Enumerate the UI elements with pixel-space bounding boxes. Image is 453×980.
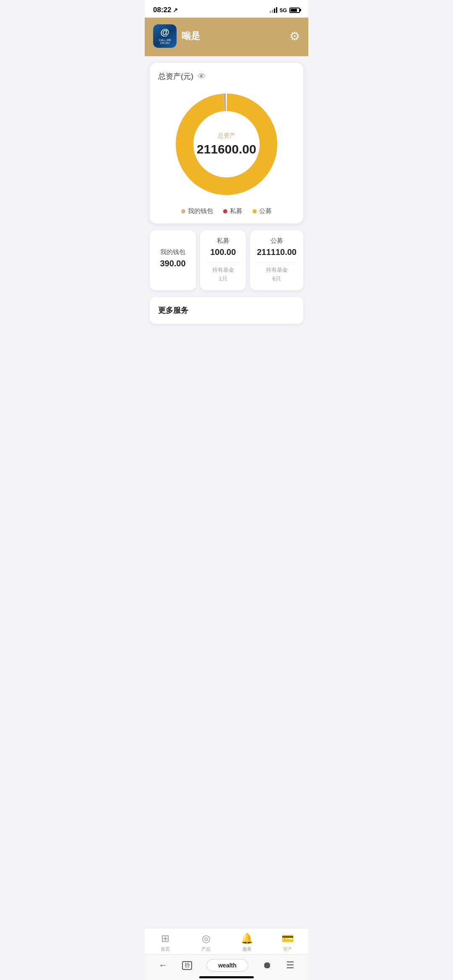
chart-legend: 我的钱包 私募 公募 (158, 207, 295, 215)
status-bar: 08:22 ↗ 5G (145, 0, 308, 18)
private-fund-sub: 持有基金 1只 (212, 266, 234, 283)
wallet-value: 390.00 (160, 259, 185, 268)
card-title: 总资产(元) (158, 71, 193, 81)
divider (207, 262, 239, 263)
settings-icon[interactable]: ⚙ (289, 29, 300, 43)
legend-private-label: 私募 (230, 207, 242, 215)
legend-wallet: 我的钱包 (181, 207, 213, 215)
legend-public: 公募 (253, 207, 272, 215)
legend-private: 私募 (223, 207, 242, 215)
network-type: 5G (280, 7, 287, 13)
more-services-title: 更多服务 (158, 305, 295, 315)
legend-wallet-dot (181, 209, 185, 213)
avatar-text: CALL MEON DU (159, 39, 171, 44)
private-fund-value: 100.00 (210, 247, 236, 257)
signal-bars-icon (270, 7, 277, 13)
private-fund-sub-label: 持有基金 (212, 267, 234, 273)
chart-center-label: 总资产 (197, 132, 256, 140)
public-fund-title: 公募 (271, 237, 283, 245)
header: @ CALL MEON DU 嗡是 ⚙ (145, 18, 308, 56)
donut-chart-container: 总资产 211600.00 (158, 90, 295, 199)
status-time: 08:22 ↗ (153, 6, 178, 14)
wallet-title: 我的钱包 (160, 248, 185, 256)
location-arrow-icon: ↗ (173, 7, 178, 13)
card-title-row: 总资产(元) 👁 (158, 71, 295, 81)
private-fund-card[interactable]: 私募 100.00 持有基金 1只 (200, 230, 246, 290)
chart-center: 总资产 211600.00 (197, 132, 256, 156)
legend-private-dot (223, 209, 227, 213)
more-services-card: 更多服务 (150, 297, 303, 324)
avatar-at-icon: @ (160, 27, 169, 38)
chart-center-value: 211600.00 (197, 142, 256, 156)
public-fund-value: 211110.00 (257, 247, 297, 257)
avatar[interactable]: @ CALL MEON DU (153, 24, 177, 48)
divider2 (257, 262, 297, 263)
public-fund-sub-count: 6只 (273, 276, 281, 282)
legend-wallet-label: 我的钱包 (188, 207, 213, 215)
public-fund-card[interactable]: 公募 211110.00 持有基金 6只 (250, 230, 303, 290)
battery-icon (289, 8, 300, 13)
time-display: 08:22 (153, 6, 171, 14)
public-fund-sub-label: 持有基金 (266, 267, 288, 273)
legend-public-label: 公募 (259, 207, 272, 215)
status-right: 5G (270, 7, 300, 13)
asset-card: 总资产(元) 👁 总资产 211600.00 我的钱包 私募 (150, 63, 303, 224)
wallet-card[interactable]: 我的钱包 390.00 (150, 230, 196, 290)
public-fund-sub: 持有基金 6只 (266, 266, 288, 283)
legend-public-dot (253, 209, 257, 213)
username: 嗡是 (182, 30, 200, 42)
summary-row: 我的钱包 390.00 私募 100.00 持有基金 1只 公募 211110.… (150, 230, 303, 290)
eye-icon[interactable]: 👁 (198, 72, 206, 81)
private-fund-sub-count: 1只 (219, 276, 227, 282)
private-fund-title: 私募 (217, 237, 229, 245)
header-left: @ CALL MEON DU 嗡是 (153, 24, 200, 48)
